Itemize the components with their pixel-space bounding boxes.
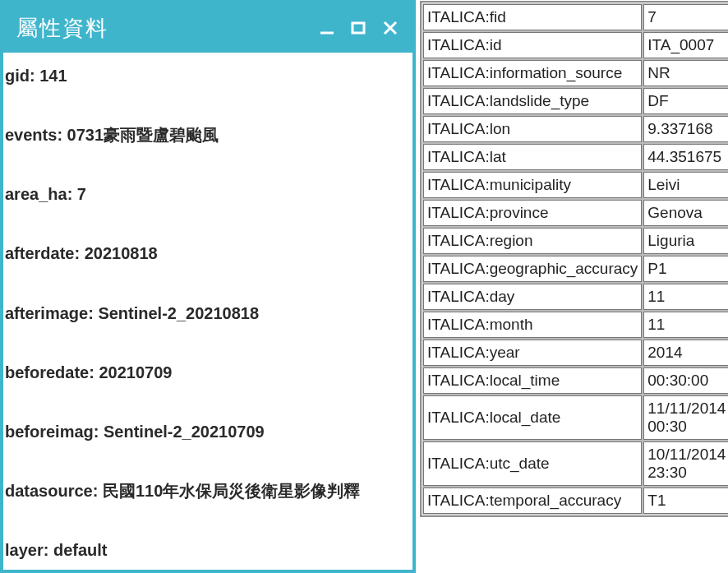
table-row: ITALICA:year2014 <box>423 340 728 366</box>
table-value-cell: Liguria <box>643 228 728 254</box>
table-key-cell: ITALICA:fid <box>423 4 642 30</box>
field-key: events <box>5 126 57 144</box>
table-value-cell: Genova <box>643 200 728 226</box>
field-row: beforedate: 20210709 <box>3 361 412 384</box>
field-row: datasource: 民國110年水保局災後衛星影像判釋 <box>3 479 412 502</box>
italica-table: ITALICA:fid7ITALICA:idITA_0007ITALICA:in… <box>421 2 728 516</box>
table-key-cell: ITALICA:lon <box>423 116 642 142</box>
table-row: ITALICA:utc_date10/11/2014 23:30 <box>423 441 728 486</box>
table-row: ITALICA:information_sourceNR <box>423 60 728 86</box>
table-value-cell: P1 <box>643 256 728 282</box>
field-row: beforeimag: Sentinel-2_20210709 <box>3 420 412 443</box>
field-row: gid: 141 <box>3 64 412 87</box>
table-key-cell: ITALICA:municipality <box>423 172 642 198</box>
field-row: area_ha: 7 <box>3 183 412 206</box>
table-value-cell: 11 <box>643 312 728 338</box>
table-value-cell: Leivi <box>643 172 728 198</box>
minimize-icon[interactable] <box>319 20 335 36</box>
table-key-cell: ITALICA:lat <box>423 144 642 170</box>
field-value: 20210709 <box>99 363 172 381</box>
table-key-cell: ITALICA:id <box>423 32 642 58</box>
table-value-cell: DF <box>643 88 728 114</box>
field-row: events: 0731豪雨暨盧碧颱風 <box>3 123 412 146</box>
field-value: Sentinel-2_20210709 <box>104 423 265 441</box>
table-row: ITALICA:temporal_accuracyT1 <box>423 488 728 514</box>
table-key-cell: ITALICA:day <box>423 284 642 310</box>
field-key: layer <box>5 541 44 559</box>
table-key-cell: ITALICA:geographic_accuracy <box>423 256 642 282</box>
field-value: default <box>53 541 108 559</box>
table-row: ITALICA:lon9.337168 <box>423 116 728 142</box>
table-value-cell: 7 <box>643 4 728 30</box>
table-row: ITALICA:local_date11/11/2014 00:30 <box>423 395 728 440</box>
table-key-cell: ITALICA:landslide_type <box>423 88 642 114</box>
table-value-cell: 11 <box>643 284 728 310</box>
field-key: beforedate <box>5 363 89 381</box>
table-row: ITALICA:day11 <box>423 284 728 310</box>
field-row: afterdate: 20210818 <box>3 242 412 265</box>
attribute-list: gid: 141events: 0731豪雨暨盧碧颱風area_ha: 7aft… <box>3 53 412 570</box>
table-row: ITALICA:geographic_accuracyP1 <box>423 256 728 282</box>
table-row: ITALICA:local_time00:30:00 <box>423 367 728 394</box>
field-value: 20210818 <box>85 244 158 262</box>
table-row: ITALICA:month11 <box>423 312 728 338</box>
field-key: datasource <box>5 482 93 500</box>
table-value-cell: T1 <box>643 488 728 514</box>
close-icon[interactable] <box>381 19 399 37</box>
field-value: 民國110年水保局災後衛星影像判釋 <box>103 482 360 500</box>
field-key: afterdate <box>5 244 74 262</box>
field-key: beforeimag <box>5 423 94 441</box>
table-key-cell: ITALICA:local_time <box>423 367 642 394</box>
table-row: ITALICA:fid7 <box>423 4 728 30</box>
table-row: ITALICA:idITA_0007 <box>423 32 728 58</box>
table-value-cell: ITA_0007 <box>643 32 728 58</box>
field-value: 0731豪雨暨盧碧颱風 <box>67 126 219 144</box>
table-value-cell: 10/11/2014 23:30 <box>643 441 728 486</box>
table-value-cell: 44.351675 <box>643 144 728 170</box>
table-row: ITALICA:landslide_typeDF <box>423 88 728 114</box>
table-row: ITALICA:provinceGenova <box>423 200 728 226</box>
table-key-cell: ITALICA:local_date <box>423 395 642 440</box>
table-row: ITALICA:lat44.351675 <box>423 144 728 170</box>
table-key-cell: ITALICA:information_source <box>423 60 642 86</box>
field-value: 141 <box>39 67 67 85</box>
field-value: Sentinel-2_20210818 <box>98 304 259 322</box>
table-key-cell: ITALICA:year <box>423 340 642 366</box>
table-row: ITALICA:regionLiguria <box>423 228 728 254</box>
table-key-cell: ITALICA:region <box>423 228 642 254</box>
field-key: afterimage <box>5 304 88 322</box>
svg-rect-1 <box>352 23 364 33</box>
table-value-cell: 00:30:00 <box>643 367 728 394</box>
table-row: ITALICA:municipalityLeivi <box>423 172 728 198</box>
window-controls <box>319 19 399 37</box>
table-value-cell: 2014 <box>643 340 728 366</box>
maximize-icon[interactable] <box>350 20 366 36</box>
table-value-cell: 9.337168 <box>643 116 728 142</box>
field-row: afterimage: Sentinel-2_20210818 <box>3 302 412 325</box>
table-key-cell: ITALICA:province <box>423 200 642 226</box>
field-value: 7 <box>77 185 86 203</box>
italica-table-panel: ITALICA:fid7ITALICA:idITA_0007ITALICA:in… <box>416 0 728 573</box>
field-row: layer: default <box>3 538 412 561</box>
table-key-cell: ITALICA:utc_date <box>423 441 642 486</box>
attribute-window: 屬性資料 gid: 141events: 0731豪雨暨盧碧颱風area_ha:… <box>0 0 416 573</box>
table-key-cell: ITALICA:month <box>423 312 642 338</box>
field-key: area_ha <box>5 185 67 203</box>
table-key-cell: ITALICA:temporal_accuracy <box>423 488 642 514</box>
table-value-cell: 11/11/2014 00:30 <box>643 395 728 440</box>
table-value-cell: NR <box>643 60 728 86</box>
titlebar[interactable]: 屬性資料 <box>3 3 412 53</box>
field-key: gid <box>5 67 30 85</box>
window-title: 屬性資料 <box>16 14 319 43</box>
